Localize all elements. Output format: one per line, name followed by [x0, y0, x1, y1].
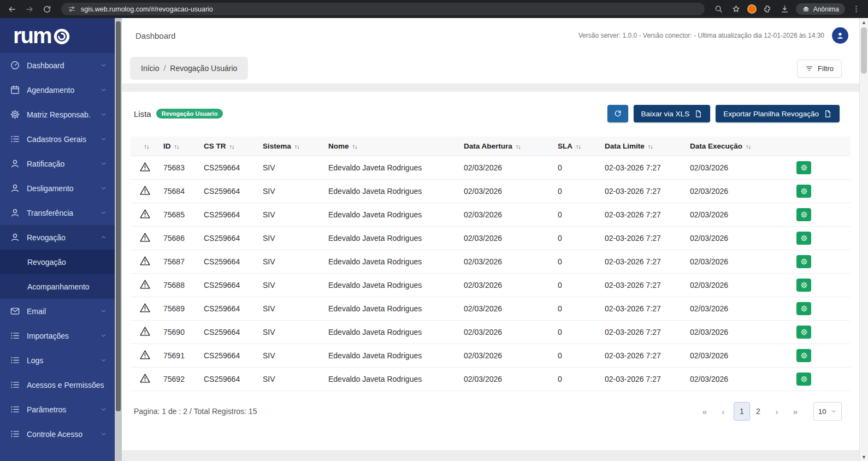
filter-button-label: Filtro [818, 64, 834, 73]
browser-back-button[interactable] [5, 3, 19, 16]
header-right: Versão server: 1.0.0 - Versão conector: … [578, 27, 848, 44]
column-header-data-limite[interactable]: Data Limite↑↓ [600, 137, 686, 156]
export-spreadsheet-button[interactable]: Exportar Planilha Revogação [716, 105, 840, 122]
row-settings-button[interactable] [796, 185, 811, 198]
refresh-icon [613, 109, 622, 118]
person-icon [10, 183, 20, 193]
downloads-button[interactable] [778, 3, 792, 16]
column-header-cs-tr[interactable]: CS TR↑↓ [199, 137, 258, 156]
cell-data-abertura: 02/03/2026 [459, 274, 553, 297]
sidebar-item-desligamento[interactable]: Desligamento [0, 176, 115, 200]
row-settings-button[interactable] [796, 302, 811, 315]
column-header-nome[interactable]: Nome↑↓ [324, 137, 459, 156]
sidebar-item-email[interactable]: Email [0, 299, 115, 323]
next-page-button[interactable]: › [769, 402, 785, 421]
warning-icon [139, 302, 151, 314]
sidebar-item-logs[interactable]: Logs [0, 348, 115, 373]
gear-icon [800, 281, 808, 289]
previous-page-button[interactable]: ‹ [715, 402, 731, 421]
cell-data-limite: 02-03-2026 7:27 [600, 297, 686, 321]
cell-data-abertura: 02/03/2026 [459, 344, 553, 368]
last-page-button[interactable]: » [787, 402, 804, 421]
cell-data-execucao: 02/03/2026 [686, 297, 777, 321]
page-button-2[interactable]: 2 [750, 402, 766, 421]
sidebar-item-revogacao[interactable]: Revogação [0, 225, 115, 250]
address-bar[interactable]: sgis.web.rumolog.com/#/revogacao-usuario [61, 3, 705, 15]
download-xls-label: Baixar via XLS [641, 110, 690, 118]
sidebar-item-agendamento[interactable]: Agendamento [0, 78, 115, 102]
cell-id: 75688 [159, 274, 199, 297]
cell-data-limite: 02-03-2026 7:27 [600, 368, 686, 391]
sidebar-item-transferencia[interactable]: Transferência [0, 200, 115, 225]
cell-cs-tr: CS259664 [199, 180, 258, 203]
row-settings-button[interactable] [796, 255, 811, 268]
zoom-button[interactable] [712, 3, 725, 16]
row-settings-button[interactable] [796, 161, 811, 174]
sidebar-item-importacoes[interactable]: Importações [0, 323, 115, 348]
list-actions: Baixar via XLS Exportar Planilha Revogaç… [607, 105, 840, 122]
scroll-down-arrow[interactable]: ▼ [860, 453, 868, 461]
column-header-row-sort[interactable]: ↑↓ [131, 137, 159, 156]
first-page-button[interactable]: « [696, 402, 713, 421]
sidebar-item-dashboard[interactable]: Dashboard [0, 53, 115, 78]
sidebar-scrollbar-thumb[interactable] [116, 21, 121, 411]
download-xls-button[interactable]: Baixar via XLS [634, 105, 711, 122]
warning-icon [139, 208, 151, 220]
refresh-button[interactable] [607, 105, 628, 122]
page-size-select[interactable]: 10 [813, 402, 842, 421]
table-header-row: ↑↓ID↑↓CS TR↑↓Sistema↑↓Nome↑↓Data Abertur… [131, 137, 851, 156]
chevron-down-icon [100, 406, 107, 413]
rumo-logo[interactable]: rum [0, 18, 115, 53]
row-settings-button[interactable] [796, 326, 811, 339]
incognito-profile-badge[interactable]: Anônima [796, 3, 845, 15]
breadcrumb-home-link[interactable]: Início [141, 64, 159, 73]
row-settings-button[interactable] [796, 208, 811, 221]
sidebar-subitem-acompanhamento[interactable]: Acompanhamento [0, 274, 115, 299]
cell-data-limite: 02-03-2026 7:27 [600, 227, 686, 250]
sidebar-scrollbar[interactable] [115, 18, 122, 461]
sidebar-item-label: Desligamento [27, 184, 93, 193]
user-avatar[interactable] [832, 27, 848, 44]
row-settings-button[interactable] [796, 232, 811, 245]
bookmark-button[interactable] [730, 3, 743, 16]
sidebar-item-label: Logs [27, 356, 93, 365]
sidebar-item-controle-acesso[interactable]: Controle Acesso [0, 422, 115, 446]
table-body: 75683CS259664SIVEdevaldo Javeta Rodrigue… [131, 156, 851, 391]
person-icon [10, 158, 20, 169]
browser-reload-button[interactable] [40, 3, 54, 16]
row-settings-button[interactable] [796, 349, 811, 362]
cell-sistema: SIV [258, 250, 324, 274]
column-header-data-abertura[interactable]: Data Abertura↑↓ [459, 137, 553, 156]
column-header-id[interactable]: ID↑↓ [159, 137, 199, 156]
cell-sla: 0 [553, 297, 600, 321]
browser-forward-button[interactable] [23, 3, 36, 16]
cell-sistema: SIV [258, 156, 324, 180]
page-button-1[interactable]: 1 [734, 402, 750, 421]
table-row: 75684CS259664SIVEdevaldo Javeta Rodrigue… [131, 180, 851, 203]
row-settings-button[interactable] [796, 373, 811, 386]
sidebar-item-matriz-responsab[interactable]: Matriz Responsab. [0, 102, 115, 127]
cell-data-abertura: 02/03/2026 [459, 297, 553, 321]
scroll-up-arrow[interactable]: ▲ [860, 18, 868, 26]
row-settings-button[interactable] [796, 279, 811, 292]
extensions-button[interactable] [761, 3, 774, 16]
site-settings-icon[interactable] [68, 5, 76, 13]
page-scrollbar-thumb[interactable] [861, 27, 867, 74]
column-header-sistema[interactable]: Sistema↑↓ [258, 137, 324, 156]
list-icon [10, 380, 20, 390]
sidebar-item-cadastros-gerais[interactable]: Cadastros Gerais [0, 127, 115, 151]
page-scrollbar-track[interactable] [860, 26, 868, 453]
filter-button[interactable]: Filtro [797, 60, 842, 78]
sidebar-item-parametros[interactable]: Parâmetros [0, 397, 115, 422]
cell-data-execucao: 02/03/2026 [686, 227, 777, 250]
sidebar-subitem-revogacao[interactable]: Revogação [0, 250, 115, 274]
cell-nome: Edevaldo Javeta Rodrigues [324, 203, 459, 227]
column-header-sla[interactable]: SLA↑↓ [553, 137, 600, 156]
sidebar-item-acessos-e-permissoes[interactable]: Acessos e Permissões [0, 373, 115, 397]
logo-text: rum [13, 25, 51, 46]
browser-menu-button[interactable] [849, 3, 863, 16]
sidebar-item-ratificacao[interactable]: Ratificação [0, 151, 115, 176]
page-scrollbar[interactable]: ▲ ▼ [859, 18, 868, 461]
column-header-data-execucao[interactable]: Data Execução↑↓ [686, 137, 777, 156]
extension-icon-orange[interactable] [747, 4, 757, 14]
